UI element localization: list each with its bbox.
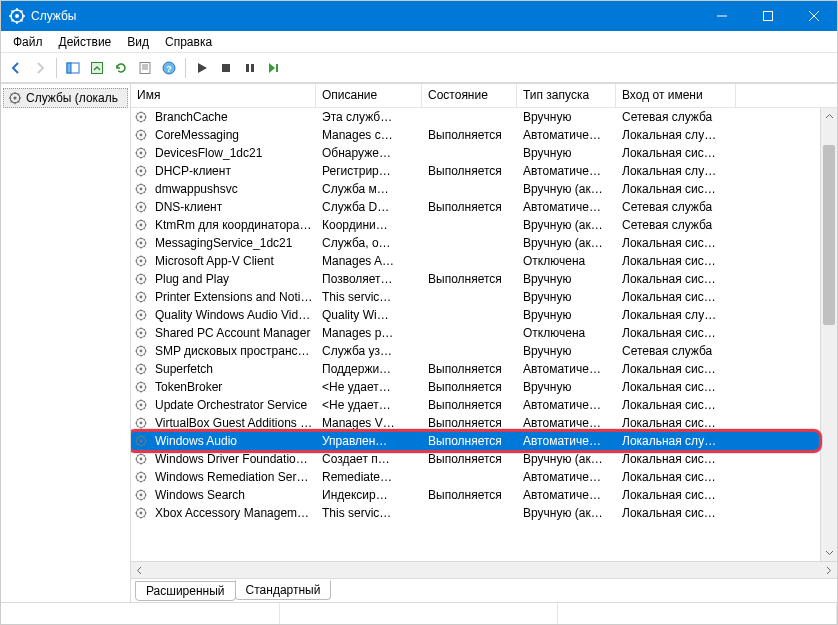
service-row[interactable]: MessagingService_1dc21Служба, о…Вручную … bbox=[131, 234, 837, 252]
gear-icon bbox=[133, 127, 149, 143]
horizontal-scrollbar[interactable] bbox=[131, 561, 837, 578]
service-row[interactable]: TokenBroker<Не удает…ВыполняетсяВручнуюЛ… bbox=[131, 378, 837, 396]
gear-icon bbox=[133, 289, 149, 305]
menu-file[interactable]: Файл bbox=[5, 33, 51, 51]
tab-extended[interactable]: Расширенный bbox=[135, 581, 236, 601]
stop-service-button[interactable] bbox=[215, 57, 237, 79]
svg-point-54 bbox=[140, 404, 143, 407]
scroll-right-button[interactable] bbox=[820, 562, 837, 578]
menu-help[interactable]: Справка bbox=[157, 33, 220, 51]
svg-point-48 bbox=[140, 350, 143, 353]
service-name: Windows Search bbox=[151, 488, 318, 502]
gear-icon bbox=[133, 235, 149, 251]
service-row[interactable]: Windows AudioУправлен…ВыполняетсяАвтомат… bbox=[131, 432, 837, 450]
scroll-thumb[interactable] bbox=[823, 145, 835, 325]
tree-root-item[interactable]: Службы (локаль bbox=[3, 88, 128, 108]
service-description: Позволяет… bbox=[318, 272, 424, 286]
service-row[interactable]: Xbox Accessory Manageme…This servic…Вруч… bbox=[131, 504, 837, 522]
gear-icon bbox=[133, 487, 149, 503]
service-row[interactable]: DevicesFlow_1dc21Обнаруже…ВручнуюЛокальн… bbox=[131, 144, 837, 162]
services-window: Службы Файл Действие Вид Справка ? Служ bbox=[0, 0, 838, 625]
service-start-type: Вручную (ак… bbox=[519, 182, 618, 196]
service-row[interactable]: CoreMessagingManages c…ВыполняетсяАвтома… bbox=[131, 126, 837, 144]
vertical-scrollbar[interactable] bbox=[820, 108, 837, 561]
gear-icon bbox=[133, 307, 149, 323]
service-name: MessagingService_1dc21 bbox=[151, 236, 318, 250]
minimize-button[interactable] bbox=[699, 1, 745, 31]
pause-service-button[interactable] bbox=[239, 57, 261, 79]
scroll-left-button[interactable] bbox=[131, 562, 148, 578]
restart-service-button[interactable] bbox=[263, 57, 285, 79]
header-state[interactable]: Состояние bbox=[422, 84, 517, 107]
maximize-button[interactable] bbox=[745, 1, 791, 31]
refresh-button[interactable] bbox=[110, 57, 132, 79]
service-row[interactable]: KtmRm для координатора …Координи…Вручную… bbox=[131, 216, 837, 234]
menu-action[interactable]: Действие bbox=[51, 33, 120, 51]
service-row[interactable]: DNS-клиентСлужба D…ВыполняетсяАвтоматиче… bbox=[131, 198, 837, 216]
service-description: This servic… bbox=[318, 506, 424, 520]
svg-point-60 bbox=[140, 458, 143, 461]
start-service-button[interactable] bbox=[191, 57, 213, 79]
properties-button[interactable] bbox=[134, 57, 156, 79]
service-description: Manages V… bbox=[318, 416, 424, 430]
svg-point-1 bbox=[15, 14, 19, 18]
toolbar: ? bbox=[1, 53, 837, 83]
svg-point-34 bbox=[140, 224, 143, 227]
svg-rect-8 bbox=[92, 62, 103, 73]
tab-standard[interactable]: Стандартный bbox=[235, 580, 332, 600]
gear-icon bbox=[133, 109, 149, 125]
service-start-type: Вручную (ак… bbox=[519, 452, 618, 466]
tree-panel[interactable]: Службы (локаль bbox=[1, 84, 131, 602]
service-row[interactable]: SuperfetchПоддержи…ВыполняетсяАвтоматиче… bbox=[131, 360, 837, 378]
export-list-button[interactable] bbox=[86, 57, 108, 79]
scroll-down-button[interactable] bbox=[821, 544, 837, 561]
header-name[interactable]: Имя bbox=[131, 84, 316, 107]
service-row[interactable]: Windows SearchИндексир…ВыполняетсяАвтома… bbox=[131, 486, 837, 504]
service-row[interactable]: SMP дисковых пространст…Служба уз…Вручну… bbox=[131, 342, 837, 360]
service-row[interactable]: Printer Extensions and Notif…This servic… bbox=[131, 288, 837, 306]
service-description: Служба, о… bbox=[318, 236, 424, 250]
service-description: Служба D… bbox=[318, 200, 424, 214]
gear-icon bbox=[133, 145, 149, 161]
header-description[interactable]: Описание bbox=[316, 84, 422, 107]
gear-icon bbox=[133, 181, 149, 197]
header-start-type[interactable]: Тип запуска bbox=[517, 84, 616, 107]
service-row[interactable]: Windows Remediation Servi…Remediate…Авто… bbox=[131, 468, 837, 486]
service-row[interactable]: VirtualBox Guest Additions …Manages V…Вы… bbox=[131, 414, 837, 432]
scroll-up-button[interactable] bbox=[821, 108, 837, 125]
service-row[interactable]: Windows Driver Foundation…Создает п…Выпо… bbox=[131, 450, 837, 468]
menu-view[interactable]: Вид bbox=[119, 33, 157, 51]
gear-icon bbox=[133, 199, 149, 215]
service-row[interactable]: Plug and PlayПозволяет…ВыполняетсяВручну… bbox=[131, 270, 837, 288]
service-name: DHCP-клиент bbox=[151, 164, 318, 178]
service-name: dmwappushsvc bbox=[151, 182, 318, 196]
show-hide-tree-button[interactable] bbox=[62, 57, 84, 79]
close-button[interactable] bbox=[791, 1, 837, 31]
service-logon: Локальная сис… bbox=[618, 506, 738, 520]
service-list[interactable]: BranchCacheЭта служб…ВручнуюСетевая служ… bbox=[131, 108, 837, 561]
service-start-type: Вручную bbox=[519, 146, 618, 160]
scroll-track[interactable] bbox=[821, 125, 837, 544]
service-description: Quality Wi… bbox=[318, 308, 424, 322]
forward-button[interactable] bbox=[29, 57, 51, 79]
service-row[interactable]: Shared PC Account ManagerManages p…Отклю… bbox=[131, 324, 837, 342]
gear-icon bbox=[133, 271, 149, 287]
service-row[interactable]: dmwappushsvcСлужба м…Вручную (ак…Локальн… bbox=[131, 180, 837, 198]
svg-point-24 bbox=[140, 134, 143, 137]
service-name: Windows Driver Foundation… bbox=[151, 452, 318, 466]
back-button[interactable] bbox=[5, 57, 27, 79]
help-button[interactable]: ? bbox=[158, 57, 180, 79]
service-row[interactable]: Microsoft App-V ClientManages A…Отключен… bbox=[131, 252, 837, 270]
service-start-type: Вручную bbox=[519, 380, 618, 394]
service-row[interactable]: BranchCacheЭта служб…ВручнуюСетевая служ… bbox=[131, 108, 837, 126]
service-start-type: Автоматиче… bbox=[519, 128, 618, 142]
titlebar[interactable]: Службы bbox=[1, 1, 837, 31]
service-row[interactable]: Quality Windows Audio Vid…Quality Wi…Вру… bbox=[131, 306, 837, 324]
header-logon[interactable]: Вход от имени bbox=[616, 84, 736, 107]
service-row[interactable]: Update Orchestrator Service<Не удает…Вып… bbox=[131, 396, 837, 414]
svg-point-26 bbox=[140, 152, 143, 155]
service-state: Выполняется bbox=[424, 398, 519, 412]
service-description: <Не удает… bbox=[318, 398, 424, 412]
svg-rect-9 bbox=[140, 62, 150, 73]
service-row[interactable]: DHCP-клиентРегистрир…ВыполняетсяАвтомати… bbox=[131, 162, 837, 180]
